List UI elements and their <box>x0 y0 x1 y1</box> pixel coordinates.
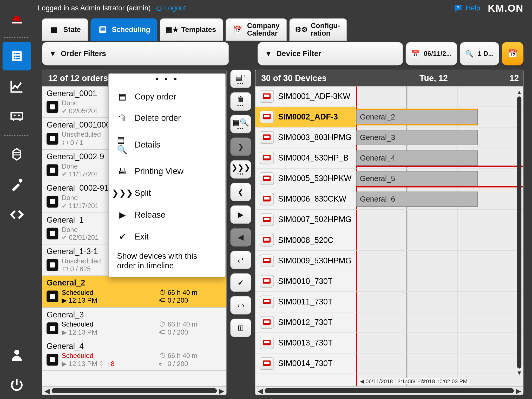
ctx-exit[interactable]: ✔Exit <box>109 225 225 247</box>
machine-icon <box>260 111 274 123</box>
calendar-highlight-button[interactable]: 📅 <box>502 42 523 65</box>
tab-calendar[interactable]: 📅CompanyCalendar <box>226 18 287 41</box>
rail-chart[interactable] <box>3 72 31 101</box>
main-tabs: ▥State Scheduling ▤★Templates 📅CompanyCa… <box>42 18 347 41</box>
device-row[interactable]: SIM0008_520C <box>255 230 356 251</box>
gantt-row[interactable] <box>356 312 523 333</box>
svg-rect-46 <box>264 197 270 200</box>
device-row[interactable]: SIM0004_530HP_B <box>255 148 356 169</box>
play-button[interactable]: ▶ <box>230 205 251 224</box>
assign-all-right-button[interactable]: ❯❯❯••• <box>230 160 251 179</box>
gantt-row[interactable]: General_6 <box>356 189 523 210</box>
gantt-bar[interactable]: General_3 <box>356 130 478 145</box>
order-item[interactable]: General_4 Scheduled▶ 12:13 PM ☾ +8 ⏱ 66 … <box>42 339 226 371</box>
device-row[interactable]: SIM0014_730T <box>255 354 356 374</box>
assign-left-button[interactable]: ❮ <box>230 183 251 201</box>
device-filter-button[interactable]: ▼ Device Filter <box>258 42 403 65</box>
order-item[interactable]: General_3 Scheduled▶ 12:13 PM ⏱ 66 h 40 … <box>42 308 226 339</box>
swap-button[interactable]: ⇄ <box>230 251 251 269</box>
devices-hscroll[interactable]: ◀▶ <box>255 386 523 394</box>
ctx-details[interactable]: ▤🔍Details <box>109 129 225 161</box>
ctx-print[interactable]: 🖶Printing View <box>109 161 225 182</box>
orders-hscroll[interactable]: ◀▶ <box>42 386 226 394</box>
device-row[interactable]: SIM0010_730T <box>255 271 356 292</box>
back-button[interactable]: ◀ <box>230 228 251 247</box>
delete-button[interactable]: 🗑••• <box>230 92 251 111</box>
gantt-row[interactable] <box>356 292 523 312</box>
logout-link[interactable]: Logout <box>156 4 186 12</box>
order-item[interactable]: General_2 Scheduled▶ 12:13 PM ⏱ 66 h 40 … <box>42 276 226 308</box>
columns-button[interactable]: ⊞ <box>230 319 251 337</box>
svg-rect-48 <box>267 200 268 201</box>
rail-tool[interactable] <box>3 170 31 199</box>
details-button[interactable]: ▤🔍••• <box>230 115 251 133</box>
machine-icon <box>260 296 274 308</box>
devices-vscroll[interactable]: ▲▼ <box>516 89 522 376</box>
gantt-bar[interactable]: General_4 <box>356 150 478 165</box>
device-row[interactable]: SIM0007_502HPMG <box>255 210 356 230</box>
rail-user[interactable] <box>3 341 31 369</box>
copy-icon: ▤ <box>117 91 128 102</box>
tab-templates[interactable]: ▤★Templates <box>160 18 223 41</box>
device-row[interactable]: SIM0011_730T <box>255 292 356 312</box>
device-row[interactable]: SIM0001_ADF-3KW <box>255 86 356 107</box>
tab-config[interactable]: ⚙⚙Configu-ration <box>289 18 347 41</box>
svg-point-9 <box>14 350 19 355</box>
gantt-row[interactable] <box>356 251 523 271</box>
machine-icon <box>260 214 274 226</box>
gantt-row[interactable]: General_3 <box>356 128 523 148</box>
machine-icon <box>260 172 274 185</box>
device-row[interactable]: SIM0002_ADF-3 <box>255 107 356 128</box>
gantt-row[interactable]: General_5 <box>356 169 523 189</box>
help-link[interactable]: ? Help <box>453 4 480 13</box>
confirm-button[interactable]: ✔ <box>230 273 251 292</box>
rail-machine[interactable] <box>3 102 31 131</box>
days-filter-button[interactable]: 🔍 1 D... <box>460 42 499 65</box>
gantt-bar[interactable]: General_2 <box>356 109 478 125</box>
gantt-row[interactable]: General_4 <box>356 148 523 169</box>
ctx-copy[interactable]: ▤Copy order <box>109 85 225 107</box>
svg-rect-59 <box>265 261 266 263</box>
device-row[interactable]: SIM0005_530HPKW <box>255 169 356 189</box>
gantt-row[interactable]: General_2 <box>356 107 523 128</box>
date-filter-button[interactable]: 📅 06/11/2... <box>406 42 457 65</box>
gantt-row[interactable] <box>356 333 523 354</box>
machine-icon <box>260 357 274 370</box>
expand-button[interactable]: ‹ › <box>230 296 251 314</box>
device-row[interactable]: SIM0009_530HPMG <box>255 251 356 271</box>
add-order-button[interactable]: ▤⁺••• <box>230 70 251 88</box>
ctx-show-devices[interactable]: Show devices with this order in timeline <box>109 247 225 273</box>
gantt-row[interactable] <box>356 354 523 374</box>
rail-code[interactable] <box>3 200 31 229</box>
device-row[interactable]: SIM0003_803HPMG <box>255 128 356 148</box>
gantt-bar[interactable]: General_5 <box>356 171 478 186</box>
device-row[interactable]: SIM0013_730T <box>255 333 356 354</box>
rail-thread[interactable] <box>3 140 31 169</box>
svg-rect-50 <box>264 218 270 220</box>
tab-state[interactable]: ▥State <box>42 18 88 41</box>
assign-right-button[interactable]: ❯ <box>230 137 251 156</box>
tab-scheduling[interactable]: Scheduling <box>90 18 157 41</box>
machine-icon <box>260 316 274 329</box>
svg-rect-42 <box>264 177 270 179</box>
svg-rect-28 <box>267 97 268 98</box>
gantt-area[interactable]: General_2General_3General_4General_5Gene… <box>356 86 523 386</box>
gantt-row[interactable] <box>356 210 523 230</box>
device-row[interactable]: SIM0012_730T <box>255 312 356 333</box>
gantt-row[interactable] <box>356 230 523 251</box>
rail-list[interactable] <box>3 42 31 70</box>
ctx-delete[interactable]: 🗑Delete order <box>109 107 225 129</box>
device-list[interactable]: SIM0001_ADF-3KWSIM0002_ADF-3SIM0003_803H… <box>255 86 356 386</box>
ctx-release[interactable]: ▶Release <box>109 204 225 225</box>
rail-power[interactable] <box>3 371 31 399</box>
context-menu: • • • ▤Copy order 🗑Delete order ▤🔍Detail… <box>108 73 226 277</box>
device-row[interactable]: SIM0006_830CKW <box>255 189 356 210</box>
gantt-bar[interactable]: General_6 <box>356 192 478 207</box>
order-filters-button[interactable]: ▼ Order Filters <box>42 42 229 65</box>
svg-rect-38 <box>264 156 270 158</box>
ctx-split[interactable]: ❯❯❯Split <box>109 182 225 204</box>
rail-alarm[interactable] <box>3 4 31 33</box>
svg-rect-55 <box>265 241 266 242</box>
gantt-row[interactable] <box>356 271 523 292</box>
gantt-row[interactable] <box>356 86 523 107</box>
